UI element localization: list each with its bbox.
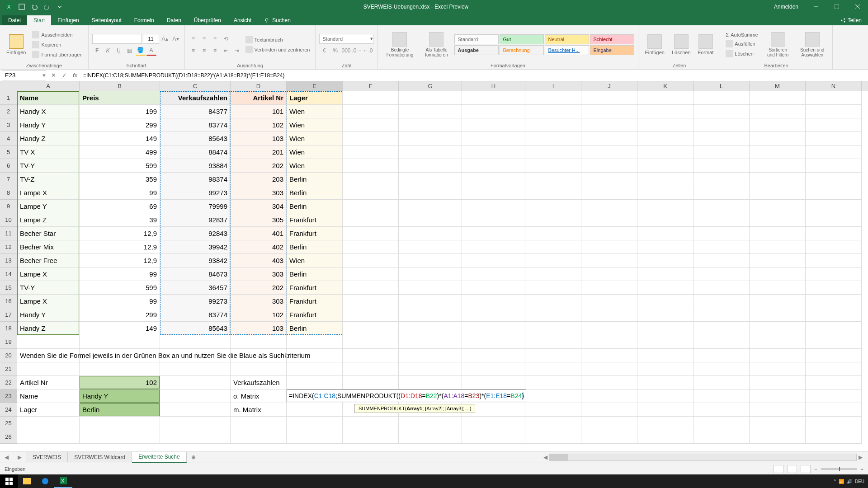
cell-J16[interactable]: [581, 295, 637, 308]
cell-K23[interactable]: [637, 389, 693, 403]
fill-button[interactable]: Ausfüllen: [724, 39, 760, 48]
cell-B6[interactable]: 599: [80, 159, 160, 173]
border-button[interactable]: ▦: [125, 46, 135, 56]
cell-C9[interactable]: 79999: [160, 200, 231, 213]
tray-lang[interactable]: DEU: [855, 479, 864, 484]
cell-L20[interactable]: [693, 349, 750, 362]
cell-G12[interactable]: [399, 240, 462, 254]
row-header-21[interactable]: 21: [0, 362, 17, 376]
cell-G7[interactable]: [399, 173, 462, 186]
cell-I26[interactable]: [525, 430, 581, 444]
cell-L25[interactable]: [693, 417, 750, 430]
close-button[interactable]: [847, 0, 868, 14]
cell-B24[interactable]: Berlin: [80, 403, 160, 417]
cell-L16[interactable]: [693, 295, 750, 308]
cell-K9[interactable]: [637, 200, 693, 213]
row-header-26[interactable]: 26: [0, 430, 17, 444]
cell-I15[interactable]: [525, 281, 581, 295]
cell-H18[interactable]: [462, 322, 525, 335]
cell-N21[interactable]: [806, 362, 862, 376]
cell-C25[interactable]: [160, 417, 231, 430]
cell-A15[interactable]: TV-Y: [17, 281, 80, 295]
cell-N6[interactable]: [806, 159, 862, 173]
col-header-N[interactable]: N: [806, 81, 862, 91]
cell-B16[interactable]: 99: [80, 295, 160, 308]
cell-M1[interactable]: [750, 91, 806, 105]
percent-button[interactable]: %: [330, 46, 340, 56]
cell-I21[interactable]: [525, 362, 581, 376]
cell-I14[interactable]: [525, 267, 581, 281]
style-standard[interactable]: Standard: [454, 34, 499, 44]
italic-button[interactable]: K: [103, 46, 113, 56]
cell-G15[interactable]: [399, 281, 462, 295]
cell-L14[interactable]: [693, 267, 750, 281]
tab-file[interactable]: Datei: [2, 15, 27, 25]
row-header-16[interactable]: 16: [0, 295, 17, 308]
cell-B8[interactable]: 99: [80, 186, 160, 200]
cell-C7[interactable]: 98374: [160, 173, 231, 186]
maximize-button[interactable]: [826, 0, 847, 14]
number-format-select[interactable]: Standard▾: [319, 34, 373, 44]
cell-D15[interactable]: 202: [231, 281, 287, 295]
cell-C26[interactable]: [160, 430, 231, 444]
cell-H2[interactable]: [462, 105, 525, 118]
tell-me-search[interactable]: Suchen: [258, 15, 297, 25]
cell-H19[interactable]: [462, 335, 525, 349]
cell-J18[interactable]: [581, 322, 637, 335]
cell-E10[interactable]: Frankfurt: [287, 213, 343, 227]
cell-M26[interactable]: [750, 430, 806, 444]
cell-N5[interactable]: [806, 145, 862, 159]
cell-G18[interactable]: [399, 322, 462, 335]
cell-B13[interactable]: 12,9: [80, 254, 160, 267]
cell-F7[interactable]: [343, 173, 399, 186]
cell-A20[interactable]: Wenden Sie die Formel jeweils in der Grü…: [17, 349, 80, 362]
font-family-select[interactable]: [92, 34, 142, 44]
cell-K15[interactable]: [637, 281, 693, 295]
sheet-nav-prev[interactable]: ◀: [0, 454, 13, 460]
cell-I2[interactable]: [525, 105, 581, 118]
cell-E22[interactable]: [287, 376, 343, 389]
cell-N17[interactable]: [806, 308, 862, 322]
cell-C2[interactable]: 84377: [160, 105, 231, 118]
cell-M12[interactable]: [750, 240, 806, 254]
cell-I11[interactable]: [525, 227, 581, 240]
cell-D12[interactable]: 402: [231, 240, 287, 254]
cell-A25[interactable]: [17, 417, 80, 430]
orientation-button[interactable]: ⟲: [221, 34, 231, 44]
taskbar-excel[interactable]: X: [54, 474, 72, 488]
cell-C1[interactable]: Verkaufszahlen: [160, 91, 231, 105]
row-header-25[interactable]: 25: [0, 417, 17, 430]
cell-M7[interactable]: [750, 173, 806, 186]
cell-M18[interactable]: [750, 322, 806, 335]
delete-cells-button[interactable]: Löschen: [669, 33, 693, 57]
cell-L21[interactable]: [693, 362, 750, 376]
cell-C5[interactable]: 88474: [160, 145, 231, 159]
cell-C16[interactable]: 99273: [160, 295, 231, 308]
name-box[interactable]: E23▾: [2, 70, 46, 80]
cell-J13[interactable]: [581, 254, 637, 267]
cell-K12[interactable]: [637, 240, 693, 254]
cell-F20[interactable]: [343, 349, 399, 362]
cell-J8[interactable]: [581, 186, 637, 200]
cell-K1[interactable]: [637, 91, 693, 105]
cell-B12[interactable]: 12,9: [80, 240, 160, 254]
row-header-11[interactable]: 11: [0, 227, 17, 240]
cell-G22[interactable]: [399, 376, 462, 389]
cell-F3[interactable]: [343, 118, 399, 132]
cell-G5[interactable]: [399, 145, 462, 159]
cell-I18[interactable]: [525, 322, 581, 335]
cell-A18[interactable]: Handy Z: [17, 322, 80, 335]
cell-H13[interactable]: [462, 254, 525, 267]
cell-I17[interactable]: [525, 308, 581, 322]
cell-B1[interactable]: Preis: [80, 91, 160, 105]
cell-E26[interactable]: [287, 430, 343, 444]
cell-E19[interactable]: [287, 335, 343, 349]
cell-E17[interactable]: Frankfurt: [287, 308, 343, 322]
cell-B17[interactable]: 299: [80, 308, 160, 322]
cell-B4[interactable]: 149: [80, 132, 160, 145]
cell-F13[interactable]: [343, 254, 399, 267]
copy-button[interactable]: Kopieren: [30, 40, 84, 49]
decrease-decimal-button[interactable]: ←.0: [363, 46, 373, 56]
cell-N16[interactable]: [806, 295, 862, 308]
cell-J11[interactable]: [581, 227, 637, 240]
